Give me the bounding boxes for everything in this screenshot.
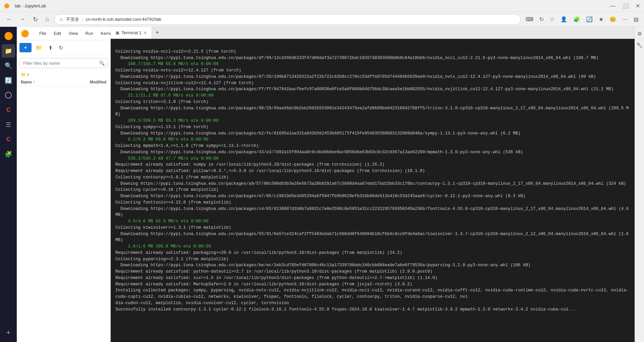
column-modified-header: Modified — [79, 80, 106, 84]
output-line-2: Collecting nvidia-nvtx-cu12==12.4.127 (f… — [115, 68, 613, 92]
sidebar-item-extensions[interactable]: 🧩 — [2, 148, 15, 161]
terminal-tab-close[interactable]: ✕ — [144, 31, 147, 35]
menu-file[interactable]: File — [36, 30, 50, 37]
sidebar-item-circle[interactable] — [2, 89, 15, 102]
search-icon: 🔍 — [96, 58, 107, 68]
new-folder-button[interactable]: 📁 — [34, 43, 44, 52]
breadcrumb-path: / — [28, 72, 29, 77]
sidebar-item-search[interactable]: 🔍 — [2, 59, 15, 72]
output-line-8: Requirement already satisfied: packaging… — [115, 250, 629, 312]
sidebar-item-git[interactable]: 🔄 — [2, 74, 15, 87]
icon-sidebar: 🟠 📁 🔍 🔄 C ☰ C 🧩 + — [0, 27, 17, 342]
titlebar-right: — ⬜ ✕ — [610, 3, 640, 9]
search-input[interactable] — [20, 59, 96, 68]
file-search-bar: 🔍 — [19, 58, 108, 68]
search-icon: 🔍 — [5, 62, 12, 69]
icon-sidebar-bottom: + — [2, 326, 15, 342]
address-text: cn-north-b.ssh.damodel.com:44792/lab — [86, 17, 161, 22]
menu-view[interactable]: View — [65, 30, 81, 37]
address-bar[interactable]: ⚠ 不安全 | cn-north-b.ssh.damodel.com:44792… — [54, 14, 521, 25]
browser-titlebar: 🟠 lab - JupyterLab — ⬜ ✕ — [0, 0, 644, 12]
circle-icon — [5, 92, 12, 99]
column-name-header[interactable]: Name ↑ — [21, 80, 79, 84]
sidebar-item-files[interactable]: 📁 — [2, 44, 15, 58]
titlebar-left: 🟠 lab - JupyterLab — [4, 3, 46, 8]
output-line-1: Collecting nvidia-nccl-cu12==2.21.5 (fro… — [115, 49, 598, 60]
file-list-header: Name ↑ Modified — [17, 78, 110, 86]
output-progress-4: 6.2/6.2 MB 69.6 MB/s eta 0:00:00 — [115, 137, 209, 142]
menu-run[interactable]: Run — [82, 30, 97, 37]
add-tab-button[interactable]: + — [152, 27, 163, 38]
column-modified-label: Modified — [90, 80, 106, 84]
output-progress-7: 1.6/1.6 MB 108.0 MB/s eta 0:00:00 — [115, 244, 211, 249]
terminal-tab-1[interactable]: ▣ Terminal 1 ✕ — [111, 27, 152, 39]
security-warning-text: 不安全 — [66, 16, 79, 22]
file-list — [17, 86, 110, 342]
refresh-files-button[interactable]: ↻ — [57, 43, 65, 52]
sidebar-item-logo: 🟠 — [2, 30, 15, 43]
translate-icon[interactable]: ⌨ — [524, 15, 535, 24]
file-panel: 🟠 File Edit View Run Kernel Tabs Setting… — [17, 27, 111, 342]
add-icon: + — [6, 328, 11, 337]
browser-tab-title: lab - JupyterLab — [15, 3, 46, 8]
output-line-6: Requirement already satisfied: numpy in … — [115, 162, 631, 217]
output-progress-2: 21.1/21.1 MB 67.9 MB/s eta 0:00:00 — [115, 93, 214, 98]
upload-button[interactable]: ⬆ — [46, 43, 55, 52]
content-area: ▣ Terminal 1 ✕ + Collecting nvidia-nccl-… — [111, 27, 635, 342]
output-line-3: Collecting triton==3.1.0 (from torch) Do… — [115, 100, 629, 117]
terminal-tab-label: Terminal 1 — [121, 30, 142, 35]
right-tool-icon[interactable]: 🔧 — [635, 41, 644, 50]
git-icon: 🔄 — [5, 77, 12, 84]
c2-icon: C — [6, 136, 10, 142]
more-icon[interactable]: ⋯ — [621, 15, 629, 24]
output-line-4: Collecting sympy==1.13.1 (from torch) Do… — [115, 125, 521, 136]
c1-icon: C — [6, 107, 10, 113]
sidebar-item-c1[interactable]: C — [2, 103, 15, 117]
nav-forward-button[interactable]: → — [17, 14, 28, 24]
security-warning-icon: ⚠ — [59, 17, 63, 22]
sidebar-item-list[interactable]: ☰ — [2, 118, 15, 131]
folder-icon: 📁 — [36, 45, 42, 51]
nav-home-button[interactable]: ⌂ — [43, 14, 51, 24]
star-icon[interactable]: ☆ — [548, 15, 556, 24]
sync-icon[interactable]: 🔄 — [585, 15, 594, 24]
terminal-output[interactable]: Collecting nvidia-nccl-cu12==2.21.5 (fro… — [111, 39, 635, 342]
file-panel-toolbar: + 📁 ⬆ ↻ — [17, 40, 110, 55]
folder-breadcrumb-icon: 📁 — [21, 72, 26, 77]
minimize-button[interactable]: — — [610, 3, 615, 9]
files-icon: 📁 — [5, 47, 12, 55]
browser-navbar: ← → ↻ ⌂ ⚠ 不安全 | cn-north-b.ssh.damodel.c… — [0, 12, 644, 27]
avatar-icon[interactable]: 😊 — [608, 15, 618, 24]
main-layout: 🟠 📁 🔍 🔄 C ☰ C 🧩 + — [0, 27, 644, 342]
new-file-button[interactable]: + — [19, 43, 32, 52]
output-line-7: Collecting kiwisolver>=1.3.1 (from matpl… — [115, 225, 631, 243]
right-settings-icon[interactable]: ⚙ — [636, 30, 643, 38]
sidebar-toggle-icon[interactable]: ▤ — [632, 15, 640, 24]
upload-icon: ⬆ — [48, 45, 53, 51]
output-progress-3: 209.5/209.5 MB 69.3 MB/s eta 0:00:00 — [115, 118, 219, 123]
jupyter-logo: 🟠 — [21, 30, 29, 38]
browser-tab-icon: 🟠 — [4, 3, 9, 8]
jupyter-header: 🟠 File Edit View Run Kernel Tabs Setting… — [17, 27, 110, 40]
column-name-label: Name — [21, 80, 32, 84]
extensions-icon[interactable]: 🧩 — [572, 15, 581, 24]
nav-refresh-button[interactable]: ↻ — [31, 14, 40, 24]
maximize-button[interactable]: ⬜ — [622, 3, 629, 9]
output-progress-5: 536.2/536.2 kB 47.7 MB/s eta 0:00:00 — [115, 156, 219, 161]
output-progress-6: 4.6/4.6 MB 62.9 MB/s eta 0:00:00 — [115, 219, 209, 224]
sidebar-item-add[interactable]: + — [2, 326, 15, 339]
favorites-icon[interactable]: ★ — [597, 15, 605, 24]
close-button[interactable]: ✕ — [636, 3, 640, 9]
output-progress-1: 188.7/188.7 MB 65.8 MB/s eta 0:00:00 — [115, 62, 219, 66]
extensions-sidebar-icon: 🧩 — [5, 151, 12, 158]
breadcrumb: 📁 / — [17, 71, 110, 78]
profile-icon[interactable]: 👤 — [559, 15, 569, 24]
menu-edit[interactable]: Edit — [50, 30, 64, 37]
nav-back-button[interactable]: ← — [4, 14, 14, 24]
terminal-tab-icon: ▣ — [115, 30, 119, 35]
list-icon: ☰ — [6, 121, 11, 128]
terminal-tabs: ▣ Terminal 1 ✕ + — [111, 27, 635, 39]
sidebar-item-c2[interactable]: C — [2, 133, 15, 146]
output-line-5: Collecting mpmath<1.4,>=1.1.0 (from symp… — [115, 144, 523, 155]
refresh-icon[interactable]: ↻ — [538, 15, 545, 24]
